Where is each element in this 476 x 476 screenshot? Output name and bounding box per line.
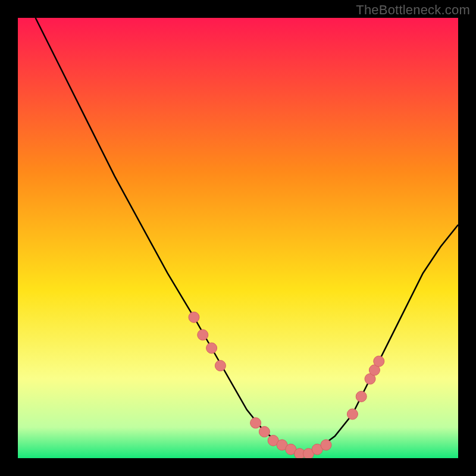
gradient-background bbox=[18, 18, 458, 458]
curve-marker bbox=[347, 409, 358, 419]
curve-marker bbox=[206, 343, 217, 353]
curve-marker bbox=[356, 391, 367, 402]
watermark-text: TheBottleneck.com bbox=[356, 2, 470, 18]
chart-svg bbox=[18, 18, 458, 458]
curve-marker bbox=[259, 427, 270, 437]
plot-area bbox=[18, 18, 458, 458]
curve-marker bbox=[321, 440, 331, 450]
curve-marker bbox=[198, 330, 208, 340]
curve-marker bbox=[189, 312, 199, 322]
chart-frame: TheBottleneck.com bbox=[0, 0, 476, 476]
curve-marker bbox=[215, 361, 226, 371]
curve-marker bbox=[374, 356, 384, 367]
curve-marker bbox=[250, 418, 261, 428]
